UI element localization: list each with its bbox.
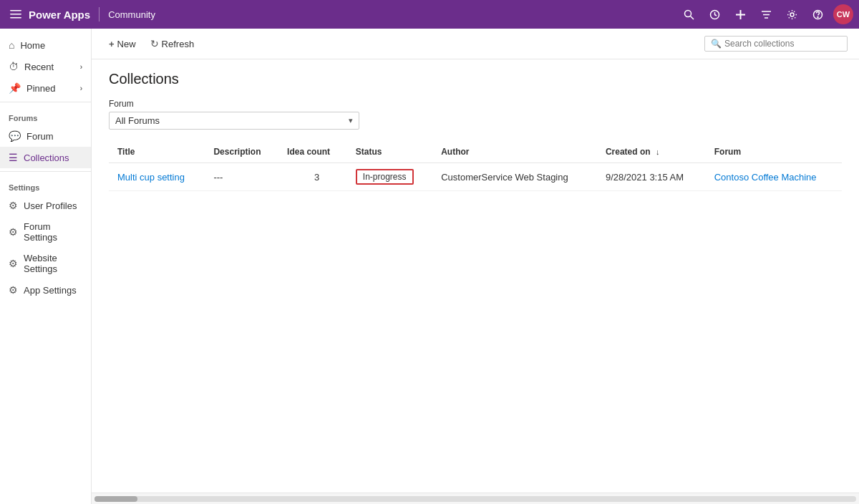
add-icon[interactable]	[730, 4, 750, 24]
row-forum-link[interactable]: Contoso Coffee Machine	[714, 172, 817, 183]
sidebar-divider	[0, 102, 91, 102]
row-forum-cell: Contoso Coffee Machine	[706, 163, 842, 191]
svg-rect-2	[10, 17, 21, 19]
search-icon: 🔍	[711, 39, 722, 49]
search-box[interactable]: 🔍	[704, 36, 848, 52]
col-status[interactable]: Status	[347, 141, 432, 163]
horizontal-scrollbar[interactable]	[92, 493, 859, 504]
filter-icon[interactable]	[756, 4, 776, 24]
refresh-label: Refresh	[162, 39, 195, 49]
col-forum-label: Forum	[714, 147, 741, 157]
topbar: Power Apps Community	[0, 0, 859, 29]
pinned-chevron-icon: ›	[80, 84, 82, 92]
collections-table: Title Description Idea count Status Auth	[109, 141, 842, 191]
scrollbar-track	[94, 496, 856, 502]
settings-section-label: Settings	[0, 175, 91, 195]
forums-section-label: Forums	[0, 105, 91, 125]
col-title-label: Title	[117, 147, 135, 157]
row-title-link[interactable]: Multi cup setting	[117, 172, 185, 183]
sidebar-item-app-settings[interactable]: ⚙ App Settings	[0, 279, 91, 301]
new-button[interactable]: + New	[103, 35, 142, 53]
sidebar-item-user-profiles[interactable]: ⚙ User Profiles	[0, 195, 91, 216]
sidebar-forum-label: Forum	[26, 131, 54, 142]
sidebar: ⌂ Home ⏱ Recent › 📌 Pinned › Forums 💬 Fo…	[0, 29, 92, 504]
sidebar-item-collections[interactable]: ☰ Collections	[0, 147, 91, 168]
col-created-on[interactable]: Created on ↓	[597, 141, 706, 163]
forum-icon: 💬	[9, 130, 21, 142]
search-topbar-icon[interactable]	[679, 4, 699, 24]
svg-line-4	[690, 16, 694, 19]
sidebar-item-forum-settings[interactable]: ⚙ Forum Settings	[0, 216, 91, 248]
svg-rect-0	[10, 10, 21, 11]
sidebar-divider-2	[0, 171, 91, 172]
hamburger-menu[interactable]	[6, 4, 26, 24]
svg-point-11	[790, 13, 794, 16]
home-icon: ⌂	[9, 39, 14, 51]
filter-label: Forum	[109, 99, 842, 109]
toolbar: + New ↻ Refresh 🔍	[92, 29, 859, 59]
topbar-separator	[99, 7, 100, 21]
refresh-icon: ↻	[150, 38, 159, 49]
main-area: + New ↻ Refresh 🔍 Collections Forum All …	[92, 29, 859, 504]
col-status-label: Status	[356, 147, 382, 157]
filter-section: Forum All Forums ▾	[109, 99, 842, 130]
new-plus-icon: +	[109, 39, 115, 49]
page-title: Collections	[109, 71, 842, 87]
svg-point-3	[684, 10, 691, 16]
row-idea-count-cell: 3	[278, 163, 347, 191]
favorites-icon[interactable]	[704, 4, 724, 24]
sidebar-item-home[interactable]: ⌂ Home	[0, 34, 91, 56]
col-forum[interactable]: Forum	[706, 141, 842, 163]
table-header-row: Title Description Idea count Status Auth	[109, 141, 842, 163]
sidebar-website-settings-label: Website Settings	[24, 253, 82, 274]
sidebar-item-recent[interactable]: ⏱ Recent ›	[0, 56, 91, 77]
topbar-icons: CW	[679, 4, 853, 24]
sort-down-icon: ↓	[656, 147, 660, 156]
app-settings-gear-icon: ⚙	[9, 284, 18, 296]
sidebar-item-forum[interactable]: 💬 Forum	[0, 125, 91, 147]
sidebar-forum-settings-label: Forum Settings	[24, 221, 82, 243]
settings-icon[interactable]	[782, 4, 802, 24]
sidebar-user-profiles-label: User Profiles	[24, 200, 77, 211]
recent-chevron-icon: ›	[80, 63, 82, 71]
user-avatar[interactable]: CW	[833, 4, 853, 24]
sidebar-pinned-label: Pinned	[26, 83, 55, 94]
page-content: Collections Forum All Forums ▾ Title Des…	[92, 59, 859, 493]
filter-chevron-down-icon: ▾	[349, 116, 353, 125]
col-author-label: Author	[441, 147, 469, 157]
col-author[interactable]: Author	[432, 141, 597, 163]
col-idea-count-label: Idea count	[287, 147, 330, 157]
col-description-label: Description	[213, 147, 261, 157]
new-label: New	[117, 39, 136, 49]
main-layout: ⌂ Home ⏱ Recent › 📌 Pinned › Forums 💬 Fo…	[0, 29, 859, 504]
row-status-cell: In-progress	[347, 163, 432, 191]
col-created-on-label: Created on	[606, 147, 651, 157]
sidebar-item-pinned[interactable]: 📌 Pinned ›	[0, 77, 91, 99]
col-title[interactable]: Title	[109, 141, 205, 163]
app-name: Power Apps	[29, 9, 90, 21]
forum-settings-gear-icon: ⚙	[9, 226, 18, 238]
row-author-cell: CustomerService Web Staging	[432, 163, 597, 191]
table-row: Multi cup setting --- 3 In-progress Cust…	[109, 163, 842, 191]
sidebar-app-settings-label: App Settings	[24, 285, 77, 296]
row-title-cell: Multi cup setting	[109, 163, 205, 191]
topbar-context: Community	[108, 9, 679, 20]
search-input[interactable]	[724, 39, 841, 49]
pin-icon: 📌	[9, 82, 21, 94]
svg-rect-1	[10, 14, 21, 15]
status-badge: In-progress	[356, 169, 414, 185]
forum-filter-value: All Forums	[115, 115, 160, 126]
forum-filter-select[interactable]: All Forums ▾	[109, 112, 359, 130]
svg-point-13	[817, 16, 818, 17]
scrollbar-thumb[interactable]	[94, 496, 137, 502]
col-idea-count[interactable]: Idea count	[278, 141, 347, 163]
sidebar-home-label: Home	[20, 40, 45, 51]
col-description[interactable]: Description	[205, 141, 278, 163]
recent-icon: ⏱	[9, 61, 19, 72]
collections-icon: ☰	[9, 152, 18, 163]
sidebar-item-website-settings[interactable]: ⚙ Website Settings	[0, 248, 91, 279]
sidebar-recent-label: Recent	[24, 62, 54, 72]
help-icon[interactable]	[807, 4, 828, 24]
refresh-button[interactable]: ↻ Refresh	[145, 34, 200, 53]
website-settings-gear-icon: ⚙	[9, 258, 18, 269]
